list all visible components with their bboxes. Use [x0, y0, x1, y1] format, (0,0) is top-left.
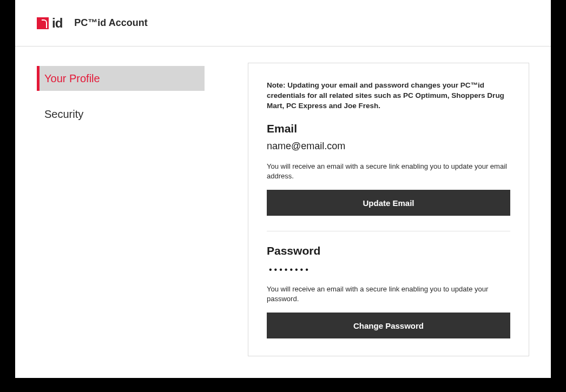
sidebar: Your Profile Security [37, 63, 221, 356]
content-area: Your Profile Security Note: Updating you… [15, 46, 551, 356]
info-note: Note: Updating your email and password c… [267, 81, 510, 111]
email-helper-text: You will receive an email with a secure … [267, 162, 510, 181]
app-window: id PC™id Account Your Profile Security N… [15, 0, 551, 378]
update-email-button[interactable]: Update Email [267, 190, 510, 216]
profile-panel: Note: Updating your email and password c… [248, 63, 529, 356]
brand-logo: id [37, 16, 62, 31]
app-title: PC™id Account [74, 17, 147, 29]
change-password-button[interactable]: Change Password [267, 313, 510, 338]
pc-logo-icon [37, 17, 49, 29]
password-helper-text: You will receive an email with a secure … [267, 284, 510, 304]
email-section-title: Email [267, 122, 510, 135]
password-section-title: Password [267, 244, 510, 257]
sidebar-item-your-profile[interactable]: Your Profile [37, 66, 205, 91]
topbar: id PC™id Account [15, 0, 551, 46]
email-value: name@email.com [267, 141, 510, 152]
section-divider [267, 231, 510, 231]
sidebar-item-label: Your Profile [44, 72, 100, 85]
logo-text: id [52, 16, 62, 31]
sidebar-item-security[interactable]: Security [37, 102, 205, 127]
password-masked-value: •••••••• [269, 265, 510, 275]
sidebar-item-label: Security [44, 108, 83, 121]
